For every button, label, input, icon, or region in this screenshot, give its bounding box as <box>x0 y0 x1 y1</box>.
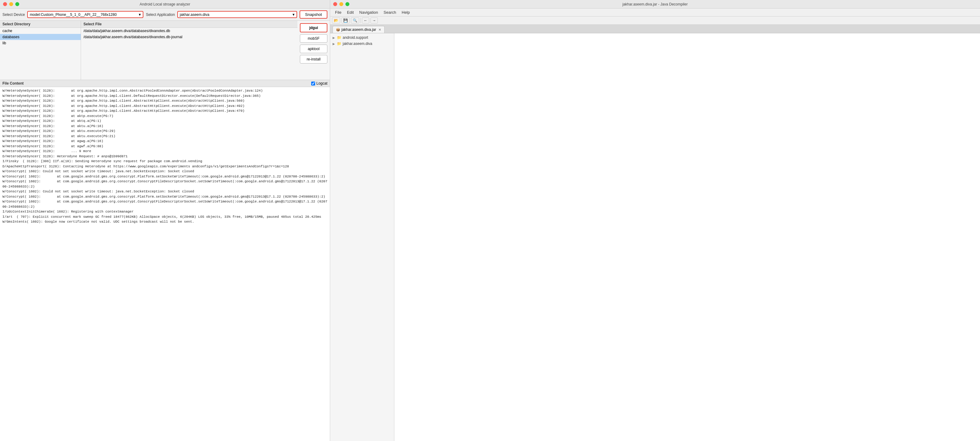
menu-file[interactable]: File <box>332 9 344 16</box>
file-content-body[interactable]: W/HeterodyneSyncer( 3128): at org.apache… <box>0 87 330 441</box>
tab-jar[interactable]: 📦 jakhar.aseem.diva.jar ✕ <box>332 26 385 33</box>
log-line: W/Conscrypt( 1602): Could not set socket… <box>2 189 328 194</box>
reinstall-button[interactable]: re-install <box>300 55 328 63</box>
left-title-bar: Android Local stroage analyzer <box>0 0 330 8</box>
log-line: D/HeterodyneSyncer( 3128): Heterodyne Re… <box>2 154 328 159</box>
select-device-label: Select Device <box>2 13 25 17</box>
log-line: W/Conscrypt( 1602): at com.google.androi… <box>2 174 328 179</box>
dir-item-cache[interactable]: cache <box>0 28 81 34</box>
app-select-wrapper: jakhar.aseem.diva ▾ <box>177 11 297 18</box>
log-line: W/HeterodyneSyncer( 3128): at org.apache… <box>2 98 328 103</box>
menu-bar: File Edit Navigation Search Help <box>330 8 980 16</box>
dir-header: Select Directory <box>0 21 81 27</box>
directory-list: cache databases lib <box>0 28 81 80</box>
tree-label-android-support: android.support <box>343 35 368 40</box>
tree-node-jakhar[interactable]: ▶ 📁 jakhar.aseem.diva <box>330 41 394 47</box>
jd-open-button[interactable]: 📂 <box>332 17 340 24</box>
log-line: W/HeterodyneSyncer( 3128): at aktq.a(PG:… <box>2 119 328 124</box>
logcat-label: Logcat <box>317 81 328 86</box>
file-header: Select File <box>81 21 298 27</box>
log-line: W/HeterodyneSyncer( 3128): at agwg.a(PG:… <box>2 139 328 144</box>
log-line: W/HeterodyneSyncer( 3128): at org.apache… <box>2 103 328 109</box>
tab-close-icon[interactable]: ✕ <box>379 28 381 32</box>
jd-back-button[interactable]: ← <box>362 17 369 24</box>
tree-icon-android-support: 📁 <box>337 35 342 40</box>
side-buttons: jdgui mobSF apktool re-install <box>298 21 330 80</box>
dir-item-databases[interactable]: databases <box>0 34 81 40</box>
toolbar-divider <box>360 18 361 23</box>
jd-save-button[interactable]: 💾 <box>342 17 350 24</box>
tree-node-android-support[interactable]: ▶ 📁 android.support <box>330 35 394 41</box>
mobsf-button[interactable]: mobSF <box>300 34 328 43</box>
window-controls <box>3 2 19 6</box>
logcat-checkbox[interactable]: Logcat <box>311 81 328 86</box>
menu-navigation[interactable]: Navigation <box>357 9 380 16</box>
file-item-1[interactable]: /data/data/jakhar.aseem.diva/databases/d… <box>81 34 298 40</box>
main-content-row: Select Directory Select File cache datab… <box>0 21 330 80</box>
logcat-toggle[interactable] <box>311 81 315 86</box>
file-list: /data/data/jakhar.aseem.diva/databases/d… <box>81 28 298 80</box>
menu-edit[interactable]: Edit <box>345 9 356 16</box>
left-title: Android Local stroage analyzer <box>140 2 190 6</box>
left-panel: Android Local stroage analyzer Select De… <box>0 0 330 441</box>
tree-toggle-jakhar: ▶ <box>332 42 336 46</box>
log-line: W/HeterodyneSyncer( 3128): at aktu.execu… <box>2 128 328 134</box>
log-line: W/HeterodyneSyncer( 3128): at org.apache… <box>2 108 328 114</box>
select-app-label: Select Application <box>146 13 175 17</box>
device-select-wrapper: model:Custom_Phone__5_1_0__API_22__768x1… <box>27 11 143 18</box>
log-line: W/Conscrypt( 1602): at com.google.androi… <box>2 194 328 200</box>
jd-forward-button[interactable]: → <box>371 17 378 24</box>
log-line: W/Conscrypt( 1602): at com.google.androi… <box>2 179 328 189</box>
app-dropdown-icon: ▾ <box>293 12 295 17</box>
code-panel <box>395 33 980 441</box>
device-select[interactable]: model:Custom_Phone__5_1_0__API_22__768x1… <box>30 13 139 17</box>
tree-area: ▶ 📁 android.support ▶ 📁 jakhar.aseem.div… <box>330 33 980 441</box>
dir-file-headers: Select Directory Select File <box>0 21 298 28</box>
jd-close-button[interactable] <box>333 2 337 6</box>
dir-item-lib[interactable]: lib <box>0 40 81 46</box>
file-content-area: File Content Logcat W/HeterodyneSyncer( … <box>0 80 330 441</box>
maximize-button[interactable] <box>15 2 19 6</box>
jd-minimize-button[interactable] <box>339 2 343 6</box>
dir-file-area: Select Directory Select File cache datab… <box>0 21 298 80</box>
log-line: W/HeterodyneSyncer( 3128): at aktu.a(PG:… <box>2 124 328 129</box>
file-item-0[interactable]: /data/data/jakhar.aseem.diva/databases/d… <box>81 28 298 34</box>
menu-search[interactable]: Search <box>381 9 399 16</box>
file-content-label: File Content <box>2 81 24 86</box>
jd-toolbar: 📂 💾 🔍 ← → <box>330 16 980 25</box>
toolbar: Select Device model:Custom_Phone__5_1_0_… <box>0 8 330 21</box>
snapshot-button[interactable]: Snapshot <box>299 10 328 19</box>
jd-title: jakhar.aseem.diva.jar - Java Decompiler <box>622 2 687 6</box>
log-line: I/Finsky ( 3128): [306] IIf.a(10): Sendi… <box>2 159 328 164</box>
tab-bar: 📦 jakhar.aseem.diva.jar ✕ <box>330 25 980 33</box>
log-line: W/Conscrypt( 1602): Could not set socket… <box>2 169 328 174</box>
tree-label-jakhar: jakhar.aseem.diva <box>343 41 372 46</box>
log-line: W/Conscrypt( 1602): at com.google.androi… <box>2 199 328 209</box>
dir-file-content: cache databases lib /data/data/jakhar.as… <box>0 28 298 80</box>
jdgui-button[interactable]: jdgui <box>300 23 328 32</box>
tab-jar-icon: 📦 <box>336 28 340 32</box>
log-line: W/HeterodyneSyncer( 3128): at aktu.execu… <box>2 134 328 139</box>
jd-maximize-button[interactable] <box>345 2 349 6</box>
app-select[interactable]: jakhar.aseem.diva <box>180 13 293 17</box>
device-dropdown-icon: ▾ <box>139 12 141 17</box>
log-line: D/ApacheHttpTransport( 3128): Contacting… <box>2 164 328 169</box>
file-content-header: File Content Logcat <box>0 80 330 87</box>
minimize-button[interactable] <box>9 2 13 6</box>
apktool-button[interactable]: apktool <box>300 44 328 53</box>
log-line: I/art ( 707): Explicit concurrent mark s… <box>2 214 328 220</box>
log-line: I/UdcContextInitChimeraSe( 1602): Regist… <box>2 209 328 214</box>
menu-help[interactable]: Help <box>399 9 412 16</box>
log-line: W/HeterodyneSyncer( 3128): ... 9 more <box>2 149 328 154</box>
tree-toggle-android-support: ▶ <box>332 36 336 40</box>
tab-jar-label: jakhar.aseem.diva.jar <box>342 27 376 32</box>
tree-icon-jakhar: 📁 <box>337 41 342 46</box>
close-button[interactable] <box>3 2 7 6</box>
jd-search-button[interactable]: 🔍 <box>351 17 359 24</box>
log-line: W/GmsIntents( 1602): Google now certific… <box>2 219 328 224</box>
tree-panel: ▶ 📁 android.support ▶ 📁 jakhar.aseem.div… <box>330 33 395 441</box>
jd-window-controls <box>333 2 349 6</box>
log-line: W/HeterodyneSyncer( 3128): at org.apache… <box>2 88 328 94</box>
right-panel: jakhar.aseem.diva.jar - Java Decompiler … <box>330 0 980 441</box>
log-line: W/HeterodyneSyncer( 3128): at org.apache… <box>2 94 328 98</box>
